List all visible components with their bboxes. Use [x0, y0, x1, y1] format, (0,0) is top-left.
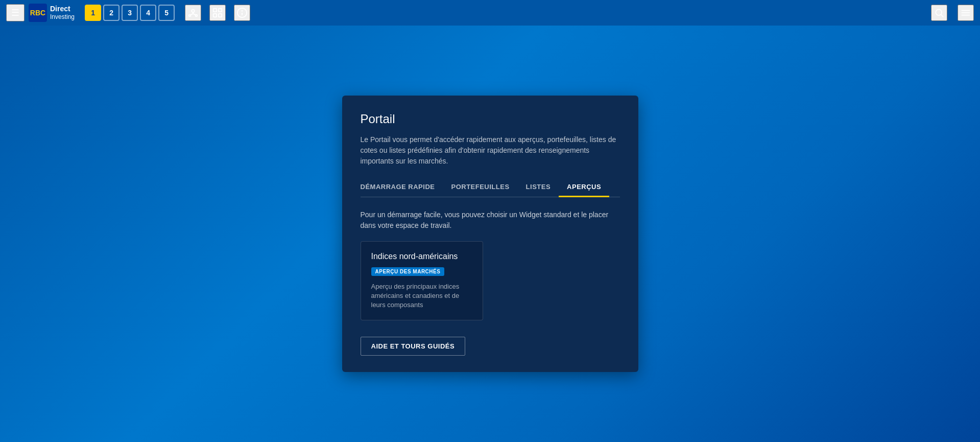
workspace-tab-5[interactable]: 5	[158, 5, 175, 21]
card-tabs: DÉMARRAGE RAPIDE PORTEFEUILLES LISTES AP…	[361, 179, 620, 197]
widget-description: Aperçu des principaux indices américains…	[371, 282, 472, 310]
app-name: Direct Investing	[50, 5, 75, 20]
workspace-tabs: 1 2 3 4 5	[85, 5, 175, 21]
info-icon[interactable]	[234, 5, 250, 21]
svg-line-14	[941, 15, 944, 17]
search-button[interactable]	[931, 5, 947, 21]
tab-intro-text: Pour un démarrage facile, vous pouvez ch…	[361, 210, 620, 231]
svg-rect-6	[213, 9, 217, 12]
main-content: Portail Le Portail vous permet d'accéder…	[0, 26, 980, 442]
widget-badge: APERÇU DES MARCHÉS	[371, 267, 445, 276]
rbc-logo-icon: RBC	[29, 4, 47, 22]
widget-title: Indices nord-américains	[371, 252, 472, 261]
sidebar-toggle-button[interactable]	[958, 5, 974, 21]
svg-line-5	[193, 14, 196, 15]
workspace-tab-3[interactable]: 3	[122, 5, 138, 21]
tab-listes[interactable]: LISTES	[518, 179, 559, 197]
tab-demarrage-rapide[interactable]: DÉMARRAGE RAPIDE	[361, 179, 443, 197]
svg-point-0	[192, 10, 195, 12]
person-network-icon[interactable]	[185, 5, 201, 21]
svg-point-13	[936, 9, 942, 15]
card-description: Le Portail vous permet d'accéder rapidem…	[361, 134, 620, 167]
brand-logo: RBC Direct Investing	[29, 4, 75, 22]
tab-apercus[interactable]: APERÇUS	[559, 179, 609, 197]
svg-rect-8	[213, 14, 217, 17]
widget-card[interactable]: Indices nord-américains APERÇU DES MARCH…	[361, 241, 483, 321]
workspace-tab-2[interactable]: 2	[103, 5, 119, 21]
hamburger-icon: ☰	[11, 7, 19, 18]
grid-target-icon[interactable]	[209, 5, 226, 21]
tab-portefeuilles[interactable]: PORTEFEUILLES	[443, 179, 517, 197]
svg-line-4	[190, 14, 193, 15]
navbar: ☰ RBC Direct Investing 1 2 3 4 5	[0, 0, 980, 26]
workspace-tab-1[interactable]: 1	[85, 5, 101, 21]
aide-et-tours-guides-button[interactable]: AIDE ET TOURS GUIDÉS	[361, 337, 466, 356]
app-name-line1: Direct	[50, 5, 75, 13]
nav-right-actions	[931, 5, 974, 21]
tab-content-apercus: Pour un démarrage facile, vous pouvez ch…	[361, 210, 620, 321]
app-name-line2: Investing	[50, 13, 75, 20]
svg-rect-9	[219, 14, 222, 17]
svg-rect-7	[219, 9, 222, 12]
workspace-tab-4[interactable]: 4	[140, 5, 156, 21]
card-title: Portail	[361, 112, 620, 126]
portail-card: Portail Le Portail vous permet d'accéder…	[342, 96, 638, 373]
nav-tool-icons	[185, 5, 250, 21]
hamburger-button[interactable]: ☰	[6, 4, 25, 21]
